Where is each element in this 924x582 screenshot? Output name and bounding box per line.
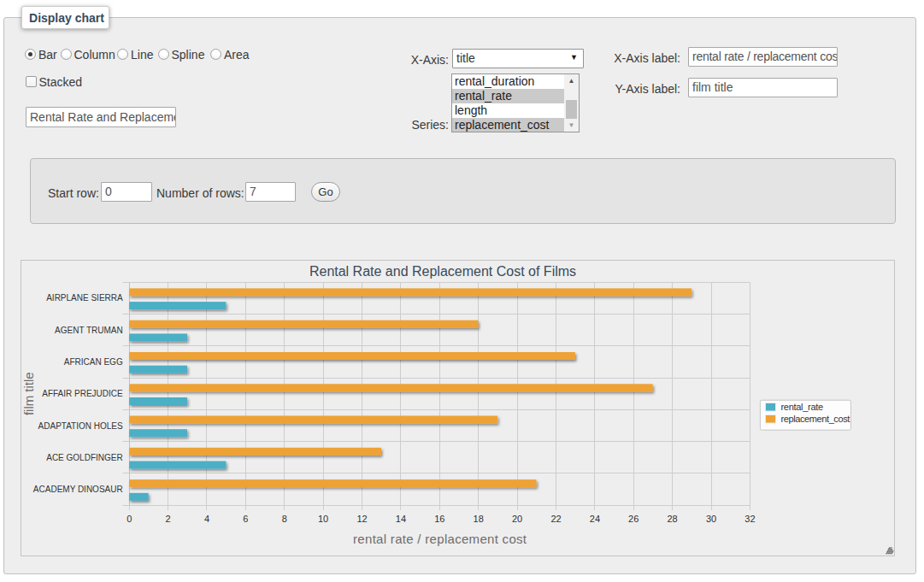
svg-text:22: 22 <box>550 514 561 524</box>
svg-text:AFFAIR PREJUDICE: AFFAIR PREJUDICE <box>42 389 123 398</box>
svg-text:26: 26 <box>628 514 639 524</box>
svg-text:10: 10 <box>318 514 328 524</box>
svg-text:2: 2 <box>166 514 171 524</box>
svg-text:16: 16 <box>434 514 444 524</box>
svg-text:AIRPLANE SIERRA: AIRPLANE SIERRA <box>46 293 123 303</box>
svg-text:24: 24 <box>590 514 600 524</box>
svg-text:AFRICAN EGG: AFRICAN EGG <box>64 357 123 367</box>
svg-text:film title: film title <box>21 372 36 415</box>
svg-text:20: 20 <box>512 514 522 524</box>
svg-text:32: 32 <box>744 514 755 524</box>
svg-text:ACE GOLDFINGER: ACE GOLDFINGER <box>46 453 122 462</box>
svg-text:replacement_cost: replacement_cost <box>781 414 850 424</box>
svg-text:8: 8 <box>282 514 287 524</box>
svg-text:12: 12 <box>356 514 367 524</box>
svg-text:ADAPTATION HOLES: ADAPTATION HOLES <box>38 421 123 431</box>
svg-text:18: 18 <box>474 514 484 524</box>
svg-text:30: 30 <box>706 514 716 524</box>
svg-text:4: 4 <box>204 514 209 524</box>
svg-text:28: 28 <box>667 514 677 524</box>
svg-text:AGENT TRUMAN: AGENT TRUMAN <box>55 326 123 335</box>
svg-text:14: 14 <box>396 514 406 524</box>
svg-text:Rental Rate and Replacement Co: Rental Rate and Replacement Cost of Film… <box>309 264 576 279</box>
svg-text:rental rate / replacement cost: rental rate / replacement cost <box>353 532 527 546</box>
svg-text:rental_rate: rental_rate <box>781 402 823 412</box>
svg-text:6: 6 <box>243 514 248 524</box>
svg-text:0: 0 <box>127 514 132 524</box>
svg-text:ACADEMY DINOSAUR: ACADEMY DINOSAUR <box>33 485 123 494</box>
